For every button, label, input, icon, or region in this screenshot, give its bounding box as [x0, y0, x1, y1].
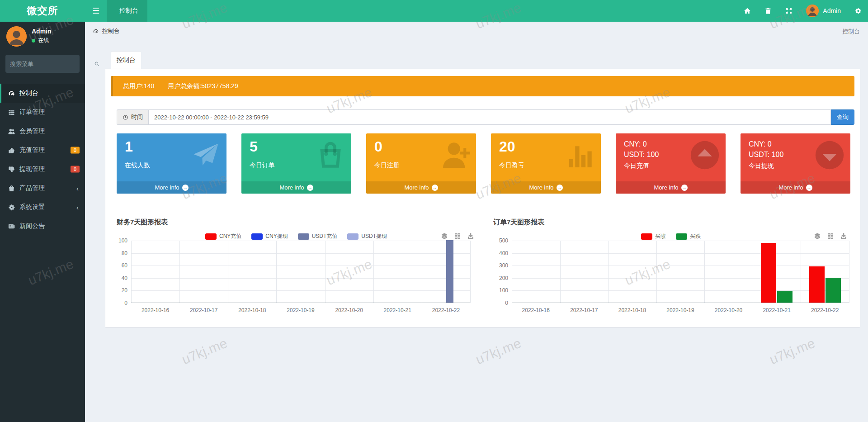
y-axis-tick-label: 100	[492, 287, 508, 294]
sidebar-item-系统设置[interactable]: 系统设置‹	[0, 198, 85, 217]
legend-item-买跌[interactable]: 买跌	[676, 232, 701, 240]
chevron-left-icon: ‹	[76, 204, 79, 211]
time-filter: 时间 查询	[117, 109, 854, 125]
y-axis-tick-label: 100	[111, 237, 127, 244]
sidebar-item-label: 系统设置	[19, 203, 45, 211]
layers-icon[interactable]	[441, 232, 448, 240]
orders-7day-chart: 订单7天图形报表买涨买跌01002003004005002022-10-1620…	[487, 213, 854, 321]
gridline	[179, 241, 180, 303]
more-info-link[interactable]: More info→	[741, 181, 850, 194]
sidebar-toggle-button[interactable]: ☰	[85, 0, 107, 22]
bar-买跌-2022-10-21	[777, 291, 793, 303]
legend-label: 买涨	[655, 232, 666, 240]
x-axis-tick-label: 2022-10-21	[753, 307, 801, 313]
menu-badge: 0	[71, 166, 80, 173]
sidebar-username: Admin	[32, 28, 52, 35]
info-box-body: 1在线人数	[117, 133, 226, 181]
legend-swatch	[251, 233, 263, 240]
tab-dashboard[interactable]: 控制台	[111, 52, 141, 69]
download-icon[interactable]	[840, 232, 847, 240]
summary-alert: 总用户:140 用户总余额:50237758.29	[111, 76, 854, 96]
grid-icon[interactable]	[454, 232, 461, 240]
gauge-icon	[8, 90, 15, 97]
fullscreen-icon[interactable]	[785, 7, 793, 14]
info-box-今日订单: 5今日订单More info→	[241, 133, 351, 194]
more-info-link[interactable]: More info→	[117, 181, 226, 194]
legend-swatch	[205, 233, 217, 240]
query-button[interactable]: 查询	[831, 109, 854, 125]
sidebar-item-label: 会员管理	[19, 127, 45, 135]
more-info-link[interactable]: More info→	[616, 181, 726, 194]
sidebar-item-订单管理[interactable]: 订单管理	[0, 103, 85, 122]
gridline	[512, 241, 512, 303]
gridline	[131, 241, 132, 303]
home-icon[interactable]	[744, 7, 751, 14]
avatar	[6, 26, 27, 47]
arrow-circle-right-icon: →	[806, 185, 812, 191]
sidebar-item-label: 订单管理	[19, 108, 45, 116]
gridline	[560, 241, 561, 303]
info-box-在线人数: 1在线人数More info→	[117, 133, 226, 194]
legend-label: USDT充值	[312, 232, 338, 240]
y-axis-tick-label: 60	[111, 262, 127, 269]
dashboard-card: 总用户:140 用户总余额:50237758.29 时间 查询 1在线人数Mor…	[105, 69, 860, 327]
content-area: 控制台 控制台 控制台 总用户:140 用户总余额:50237758.29 时间…	[85, 22, 868, 422]
search-icon[interactable]	[94, 61, 104, 67]
legend-item-CNY提现[interactable]: CNY提现	[251, 232, 288, 240]
breadcrumb-label: 控制台	[102, 27, 120, 35]
breadcrumb-right-label: 控制台	[842, 28, 860, 36]
x-axis-tick-label: 2022-10-22	[422, 307, 470, 313]
search-input[interactable]	[5, 61, 94, 67]
x-axis-tick-label: 2022-10-21	[373, 307, 422, 313]
info-box-body: 20今日盈亏	[491, 133, 601, 181]
legend-item-USDT提现[interactable]: USDT提现	[347, 232, 387, 240]
bar-买跌-2022-10-22	[826, 278, 841, 303]
more-info-label: More info	[654, 184, 678, 191]
navbar-tab-dashboard[interactable]: 控制台	[107, 0, 147, 22]
y-axis-tick-label: 80	[111, 250, 127, 256]
more-info-link[interactable]: More info→	[491, 181, 601, 194]
sidebar-item-产品管理[interactable]: 产品管理‹	[0, 179, 85, 198]
users-icon	[8, 128, 15, 135]
settings-gears-icon[interactable]	[854, 7, 862, 14]
sidebar-menu: 控制台订单管理会员管理充值管理0提现管理0产品管理‹系统设置‹新闻公告	[0, 84, 85, 236]
legend-item-CNY充值[interactable]: CNY充值	[205, 232, 241, 240]
thumbs-down-icon	[8, 166, 15, 173]
more-info-link[interactable]: More info→	[241, 181, 351, 194]
total-users-label: 总用户:140	[123, 82, 154, 90]
sidebar-item-新闻公告[interactable]: 新闻公告	[0, 217, 85, 236]
layers-icon[interactable]	[814, 232, 821, 240]
bar-买涨-2022-10-22	[809, 266, 825, 303]
y-axis-tick-label: 40	[111, 275, 127, 281]
chart-legend: 买涨买跌	[487, 232, 854, 240]
breadcrumb: 控制台 控制台	[85, 22, 868, 40]
gridline	[512, 253, 849, 254]
gridline	[512, 290, 849, 291]
download-icon[interactable]	[467, 232, 474, 240]
sidebar-item-控制台[interactable]: 控制台	[0, 84, 85, 103]
sidebar: Admin 在线 控制台订单管理会员管理充值管理0提现管理0产品管理‹系统设置‹…	[0, 22, 85, 422]
gridline	[422, 241, 422, 303]
gridline	[131, 278, 470, 279]
sidebar-item-充值管理[interactable]: 充值管理0	[0, 141, 85, 160]
app-logo[interactable]: 微交所	[0, 0, 85, 22]
breadcrumb-current[interactable]: 控制台	[93, 27, 120, 35]
grid-icon[interactable]	[827, 232, 834, 240]
legend-item-买涨[interactable]: 买涨	[641, 232, 666, 240]
navbar-right-controls: Admin	[744, 0, 862, 22]
sidebar-search	[5, 55, 80, 73]
y-axis-tick-label: 400	[492, 250, 508, 256]
gridline	[704, 241, 705, 303]
user-menu[interactable]: Admin	[806, 5, 841, 17]
sidebar-item-label: 提现管理	[19, 165, 45, 173]
trash-icon[interactable]	[764, 7, 772, 14]
time-range-input[interactable]	[148, 109, 831, 125]
sidebar-item-提现管理[interactable]: 提现管理0	[0, 160, 85, 179]
bag-icon	[8, 185, 15, 192]
legend-item-USDT充值[interactable]: USDT充值	[298, 232, 338, 240]
sidebar-item-会员管理[interactable]: 会员管理	[0, 122, 85, 141]
legend-swatch	[641, 233, 652, 240]
more-info-link[interactable]: More info→	[366, 181, 476, 194]
info-box-body: CNY: 0USDT: 100今日提现	[741, 133, 850, 181]
gridline	[131, 241, 470, 241]
